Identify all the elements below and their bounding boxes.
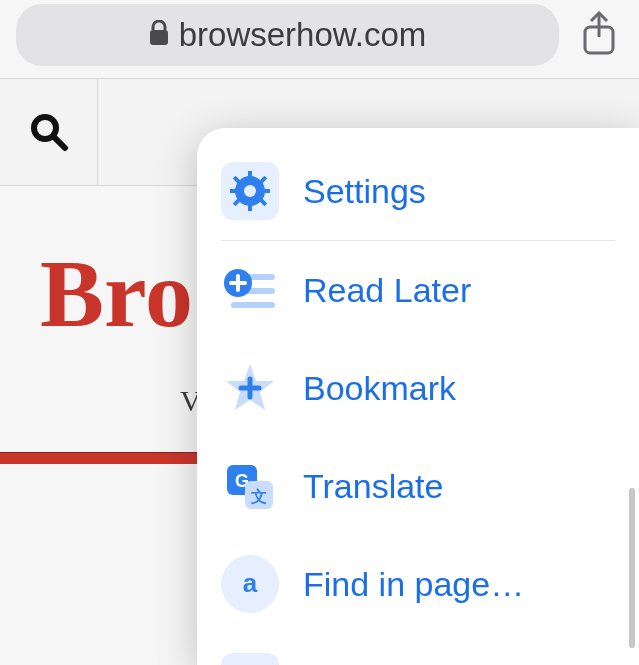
star-icon	[221, 359, 279, 417]
share-icon	[579, 11, 619, 59]
svg-text:文: 文	[250, 488, 267, 505]
menu-item-find-in-page[interactable]: a Find in page…	[197, 535, 639, 633]
search-icon	[29, 112, 69, 152]
menu-scrollbar[interactable]	[629, 488, 635, 648]
browser-chrome-top: browserhow.com	[0, 0, 639, 78]
find-in-page-icon: a	[221, 555, 279, 613]
url-bar[interactable]: browserhow.com	[16, 4, 559, 66]
url-text: browserhow.com	[179, 16, 427, 54]
menu-item-label: Bookmark	[303, 369, 456, 408]
search-button[interactable]	[0, 79, 98, 185]
menu-item-zoom-text[interactable]: A A Zoom text	[197, 633, 639, 665]
menu-item-bookmark[interactable]: Bookmark	[197, 339, 639, 437]
menu-item-translate[interactable]: G 文 Translate	[197, 437, 639, 535]
svg-point-14	[244, 185, 256, 197]
translate-icon: G 文	[221, 457, 279, 515]
menu-item-settings[interactable]: Settings	[197, 142, 639, 240]
svg-line-4	[54, 137, 65, 148]
overflow-menu: Settings Read Later Bookmark	[197, 128, 639, 665]
menu-item-label: Find in page…	[303, 565, 524, 604]
svg-rect-9	[262, 189, 270, 193]
menu-item-read-later[interactable]: Read Later	[197, 241, 639, 339]
share-button[interactable]	[575, 11, 623, 59]
svg-rect-7	[248, 203, 252, 211]
menu-item-label: Translate	[303, 467, 443, 506]
read-later-icon	[221, 261, 279, 319]
gear-icon	[221, 162, 279, 220]
zoom-text-icon: A A	[221, 653, 279, 665]
svg-rect-6	[248, 171, 252, 179]
svg-text:a: a	[243, 568, 258, 598]
svg-rect-0	[150, 30, 168, 45]
svg-rect-8	[230, 189, 238, 193]
menu-item-label: Settings	[303, 172, 426, 211]
menu-item-label: Read Later	[303, 271, 471, 310]
lock-icon	[149, 20, 169, 50]
